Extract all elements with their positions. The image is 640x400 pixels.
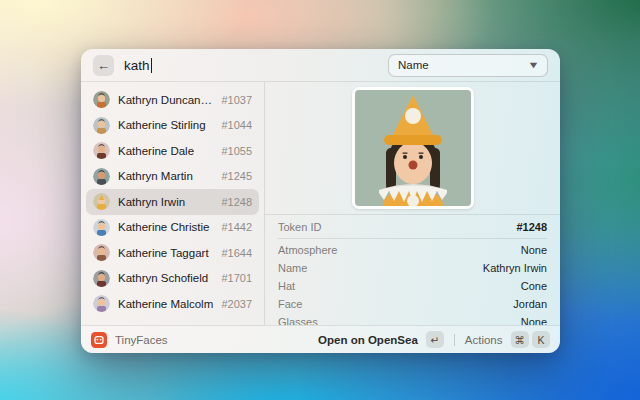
list-item-token: #1442 — [221, 221, 252, 233]
avatar — [93, 244, 110, 261]
metadata-value: None — [521, 244, 547, 256]
list-item[interactable]: Katherine Dale #1055 — [86, 138, 259, 164]
avatar — [93, 168, 110, 185]
metadata-row: Face Jordan — [278, 298, 547, 312]
search-query-text: kath — [124, 58, 150, 73]
action-bar: TinyFaces Open on OpenSea ↵ Actions ⌘ K — [81, 325, 560, 353]
list-item-name: Katherine Malcolm — [118, 298, 213, 310]
list-item[interactable]: Kathryn Martin #1245 — [86, 164, 259, 190]
list-item-name: Kathryn Irwin — [118, 196, 213, 208]
chevron-down-icon: ▼ — [527, 60, 539, 70]
list-item[interactable]: Katherine Stirling #1044 — [86, 113, 259, 139]
tinyfaces-logo-icon — [91, 332, 107, 348]
metadata-row: Name Kathryn Irwin — [278, 262, 547, 276]
list-item-token: #1248 — [221, 196, 252, 208]
open-on-opensea-action[interactable]: Open on OpenSea — [318, 334, 418, 346]
avatar — [93, 91, 110, 108]
metadata-label: Token ID — [278, 221, 321, 233]
k-key-icon: K — [532, 331, 550, 348]
list-item-name: Kathryn Duncanson — [118, 94, 213, 106]
cmd-key-icon: ⌘ — [511, 331, 530, 348]
metadata-value: Kathryn Irwin — [483, 262, 547, 274]
metadata-row: Glasses None — [278, 316, 547, 326]
list-item-name: Katherine Dale — [118, 145, 213, 157]
avatar — [93, 219, 110, 236]
metadata-label: Face — [278, 298, 302, 310]
avatar — [93, 193, 110, 210]
app-name: TinyFaces — [115, 334, 310, 346]
list-item-name: Kathryn Martin — [118, 170, 213, 182]
search-input[interactable]: kath — [124, 58, 378, 73]
list-item-name: Katherine Taggart — [118, 247, 213, 259]
metadata-value: None — [521, 316, 547, 325]
list-item[interactable]: Kathryn Schofield #1701 — [86, 266, 259, 292]
results-list: Kathryn Duncanson #1037 Katherine Stirli… — [81, 82, 265, 325]
avatar — [93, 117, 110, 134]
list-item[interactable]: Katherine Taggart #1644 — [86, 240, 259, 266]
list-item[interactable]: Katherine Malcolm #2037 — [86, 291, 259, 317]
metadata-label: Glasses — [278, 316, 318, 325]
list-item-name: Katherine Christie — [118, 221, 213, 233]
footer-divider — [454, 334, 455, 346]
metadata-value: Cone — [521, 280, 547, 292]
text-caret — [151, 58, 153, 73]
metadata-row: Hat Cone — [278, 280, 547, 294]
portrait-image — [355, 90, 471, 206]
metadata-value: Jordan — [513, 298, 547, 310]
list-item-token: #1044 — [221, 119, 252, 131]
list-item-name: Katherine Stirling — [118, 119, 213, 131]
metadata-label: Hat — [278, 280, 295, 292]
list-item[interactable]: Kathryn Duncanson #1037 — [86, 87, 259, 113]
detail-panel: Token ID #1248 Atmosphere None Name Kath… — [265, 82, 560, 325]
portrait-card — [352, 87, 474, 209]
list-item-token: #1055 — [221, 145, 252, 157]
arrow-left-icon: ← — [97, 58, 110, 73]
list-item-token: #1701 — [221, 272, 252, 284]
list-item-selected[interactable]: Kathryn Irwin #1248 — [86, 189, 259, 215]
metadata-list: Token ID #1248 Atmosphere None Name Kath… — [265, 215, 560, 325]
portrait-section — [265, 82, 560, 215]
back-button[interactable]: ← — [93, 55, 114, 76]
list-item-name: Kathryn Schofield — [118, 272, 213, 284]
content-area: Kathryn Duncanson #1037 Katherine Stirli… — [81, 82, 560, 325]
filter-dropdown[interactable]: Name ▼ — [388, 54, 548, 77]
metadata-label: Name — [278, 262, 307, 274]
avatar — [93, 270, 110, 287]
actions-menu-button[interactable]: Actions — [465, 334, 503, 346]
list-item-token: #1644 — [221, 247, 252, 259]
list-item-token: #1245 — [221, 170, 252, 182]
avatar — [93, 295, 110, 312]
search-bar: ← kath Name ▼ — [81, 49, 560, 82]
list-item[interactable]: Katherine Christie #1442 — [86, 215, 259, 241]
filter-dropdown-value: Name — [398, 59, 429, 71]
metadata-row-token-id: Token ID #1248 — [278, 215, 547, 239]
list-item-token: #2037 — [221, 298, 252, 310]
list-item-token: #1037 — [221, 94, 252, 106]
metadata-value: #1248 — [516, 221, 547, 233]
launcher-window: ← kath Name ▼ Kathryn Duncanson #1037 Ka… — [81, 49, 560, 353]
avatar — [93, 142, 110, 159]
metadata-row: Atmosphere None — [278, 244, 547, 258]
return-key-icon: ↵ — [426, 331, 444, 348]
metadata-label: Atmosphere — [278, 244, 337, 256]
